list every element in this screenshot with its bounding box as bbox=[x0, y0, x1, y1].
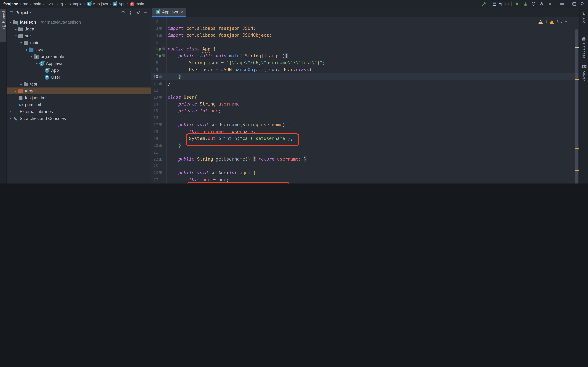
tree-item-app-java[interactable]: ▾CApp.java bbox=[7, 60, 151, 67]
tree-item-external-libraries[interactable]: ▸External Libraries bbox=[7, 108, 151, 115]
line-number[interactable]: 9 bbox=[151, 67, 158, 72]
close-icon[interactable]: × bbox=[181, 10, 183, 14]
tree-chevron-icon[interactable]: ▾ bbox=[19, 41, 23, 44]
code-line-25[interactable]: 25 bbox=[151, 163, 579, 169]
code-line-13[interactable]: 13class User{ bbox=[151, 94, 579, 100]
stripe-mark-warning[interactable] bbox=[575, 79, 579, 80]
line-number[interactable]: 6 bbox=[151, 47, 158, 51]
line-number[interactable]: 22 bbox=[151, 157, 158, 161]
run-line-icon[interactable] bbox=[159, 54, 162, 58]
project-structure-icon[interactable] bbox=[560, 2, 564, 6]
project-view-title[interactable]: Project bbox=[15, 10, 28, 15]
line-number[interactable]: 19 bbox=[151, 136, 158, 141]
code-line-9[interactable]: 9 User user = JSON.parseObject(json, Use… bbox=[151, 66, 579, 73]
code-line-16[interactable]: 16 bbox=[151, 114, 579, 121]
line-number[interactable]: 18 bbox=[151, 129, 158, 134]
line-number[interactable]: 20 bbox=[151, 143, 158, 148]
breadcrumb-item-main[interactable]: main bbox=[33, 2, 41, 6]
editor-scrollbar[interactable] bbox=[575, 29, 578, 184]
breadcrumb-item-app[interactable]: CApp bbox=[112, 2, 126, 6]
chevron-up-icon[interactable]: ∧ bbox=[561, 20, 563, 24]
code-line-14[interactable]: 14 private String username; bbox=[151, 100, 579, 108]
tree-item-java[interactable]: ▾java bbox=[7, 46, 151, 53]
fold-end-icon[interactable] bbox=[159, 34, 162, 37]
breadcrumb-item-fastjson[interactable]: fastjson bbox=[3, 2, 18, 6]
tree-item-target[interactable]: ▸target bbox=[7, 87, 151, 94]
fold-start-icon[interactable] bbox=[162, 48, 165, 50]
line-number[interactable]: 12 bbox=[151, 88, 158, 92]
breadcrumb-item-java[interactable]: java bbox=[46, 2, 53, 6]
tree-chevron-icon[interactable]: ▾ bbox=[9, 20, 13, 24]
search-everywhere-icon[interactable] bbox=[580, 2, 585, 6]
tree-chevron-icon[interactable]: ▸ bbox=[19, 83, 23, 86]
tree-item-app[interactable]: CApp bbox=[7, 67, 151, 74]
code-line-3[interactable]: 3import com.alibaba.fastjson.JSON; bbox=[151, 25, 579, 32]
code-line-11[interactable]: 11} bbox=[151, 80, 579, 87]
line-number[interactable]: 15 bbox=[151, 109, 158, 113]
fold-start-icon[interactable] bbox=[159, 123, 162, 126]
line-number[interactable]: 14 bbox=[151, 102, 158, 106]
line-number[interactable]: 3 bbox=[151, 26, 158, 31]
collapse-all-icon[interactable] bbox=[128, 10, 133, 15]
breadcrumb[interactable]: fastjson›src›main›java›org›example›CApp.… bbox=[3, 2, 144, 6]
breadcrumb-item-main[interactable]: mmain bbox=[130, 2, 144, 6]
tree-chevron-icon[interactable]: ▸ bbox=[9, 110, 13, 113]
tree-item-main[interactable]: ▾main bbox=[7, 39, 151, 46]
fold-start-icon[interactable] bbox=[162, 54, 165, 57]
breadcrumb-item-src[interactable]: src bbox=[23, 2, 28, 6]
stripe-mark-warning[interactable] bbox=[575, 170, 579, 171]
tree-chevron-icon[interactable]: ▸ bbox=[14, 27, 18, 31]
tree-item-org-example[interactable]: ▾org.example bbox=[7, 53, 151, 60]
fold-expand-icon[interactable]: + bbox=[159, 158, 162, 161]
code-line-21[interactable]: 21 bbox=[151, 149, 579, 156]
breadcrumb-item-example[interactable]: example bbox=[68, 2, 83, 6]
code-line-12[interactable]: 12 bbox=[151, 87, 579, 94]
code-line-7[interactable]: 7 public static void main( String[] args… bbox=[151, 52, 579, 59]
stripe-button-maven[interactable]: mMaven bbox=[580, 63, 588, 82]
fold-start-icon[interactable] bbox=[159, 27, 162, 30]
code-area[interactable]: ! 1 ! 5 ∧ ∨ 23import com.alibaba.fastjso… bbox=[151, 17, 579, 184]
locate-icon[interactable] bbox=[121, 10, 125, 15]
code-line-28[interactable]: 28 System.out.println("call setAge"); bbox=[151, 183, 579, 184]
tree-chevron-icon[interactable]: ▾ bbox=[14, 34, 18, 38]
breadcrumb-item-app-java[interactable]: CApp.java bbox=[87, 2, 108, 6]
stripe-button-project[interactable]: 1: Project bbox=[0, 9, 6, 42]
code-line-27[interactable]: 27 this.age = age; bbox=[151, 176, 579, 183]
code-line-19[interactable]: 19 System.out.println("call setUsername"… bbox=[151, 135, 579, 142]
tree-chevron-icon[interactable]: ▸ bbox=[14, 89, 18, 92]
breadcrumb-item-org[interactable]: org bbox=[57, 2, 63, 6]
code-line-5[interactable]: 5 bbox=[151, 39, 579, 46]
coverage-icon[interactable] bbox=[531, 2, 536, 6]
debug-icon[interactable] bbox=[523, 2, 528, 6]
line-number[interactable]: 10 bbox=[151, 74, 158, 79]
code-line-8[interactable]: 8 String json = "{\"age\":66,\"username\… bbox=[151, 59, 579, 66]
line-number[interactable]: 13 bbox=[151, 95, 158, 100]
line-number[interactable]: 21 bbox=[151, 150, 158, 155]
settings-icon[interactable] bbox=[136, 10, 140, 15]
line-number[interactable]: 26 bbox=[151, 171, 158, 175]
code-line-18[interactable]: 18 this.username = username; bbox=[151, 128, 579, 135]
stripe-button-ant[interactable]: Ant bbox=[580, 11, 588, 23]
run-configuration-select[interactable]: App▾ bbox=[490, 1, 511, 7]
code-line-17[interactable]: 17 public void setUsername(String userna… bbox=[151, 121, 579, 128]
code-line-15[interactable]: 15 private int age; bbox=[151, 108, 579, 114]
stripe-button-database[interactable]: Database bbox=[580, 37, 588, 58]
tab-app-java[interactable]: C App.java × bbox=[152, 8, 186, 17]
tree-chevron-icon[interactable]: ▾ bbox=[35, 62, 39, 65]
code-line-2[interactable]: 2 bbox=[151, 18, 579, 25]
hammer-icon[interactable] bbox=[482, 2, 486, 6]
fold-end-icon[interactable] bbox=[159, 75, 162, 78]
line-number[interactable]: 27 bbox=[151, 177, 158, 182]
line-number[interactable]: 16 bbox=[151, 116, 158, 120]
line-number[interactable]: 7 bbox=[151, 54, 158, 58]
code-line-20[interactable]: 20 } bbox=[151, 142, 579, 149]
tree-item--idea[interactable]: ▸.idea bbox=[7, 25, 151, 33]
stripe-mark-warning[interactable] bbox=[575, 149, 579, 150]
hide-icon[interactable] bbox=[143, 10, 148, 15]
run-line-icon[interactable] bbox=[159, 47, 162, 51]
code-line-4[interactable]: 4import com.alibaba.fastjson.JSONObject; bbox=[151, 32, 579, 39]
tree-item-test[interactable]: ▸test bbox=[7, 81, 151, 87]
fold-start-icon[interactable] bbox=[159, 171, 162, 174]
tree-chevron-icon[interactable]: ▾ bbox=[24, 48, 28, 51]
fold-start-icon[interactable] bbox=[159, 96, 162, 99]
